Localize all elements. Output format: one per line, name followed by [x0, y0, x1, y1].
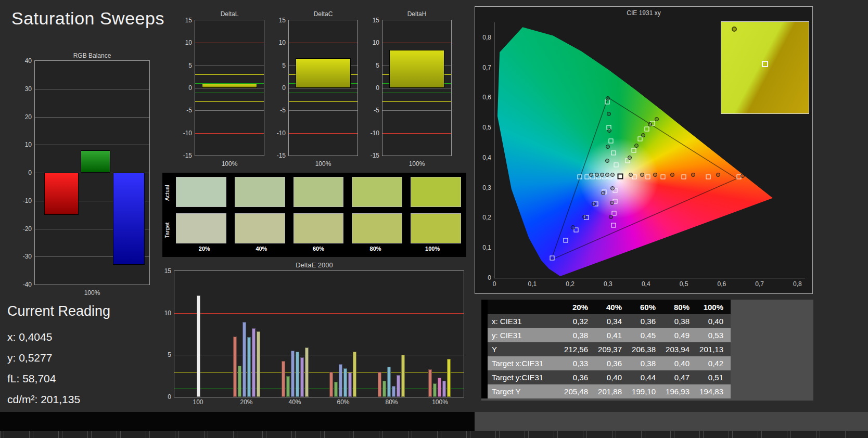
ref-line — [382, 43, 451, 43]
y-tick-label: 15 — [185, 17, 192, 24]
measured-point-marker — [607, 128, 611, 133]
actual-swatch-60% — [293, 177, 344, 207]
table-header-cell: 60% — [628, 303, 662, 312]
cie-chart-title: CIE 1931 xy — [475, 9, 812, 17]
delta-chart-plot: 151050-5-10-15 — [195, 20, 264, 156]
delta-chart-deltac: DeltaC151050-5-10-15100% — [269, 10, 361, 173]
bottom-splitter-strip[interactable] — [0, 431, 868, 438]
cie-zoom-inset — [721, 21, 809, 114]
deltae-bar — [339, 364, 342, 397]
table-value-cell: 0,33 — [560, 359, 594, 368]
table-row-label: x: CIE31 — [488, 317, 560, 326]
rgb-bar-green — [81, 150, 110, 173]
deltae2000-title: DeltaE 2000 — [162, 261, 466, 269]
delta-bar — [296, 58, 351, 88]
deltae-bar — [233, 337, 237, 397]
delta-chart-xlabel: 100% — [195, 160, 264, 168]
current-reading-value: cd/m²: 201,135 — [7, 389, 110, 410]
table-row: Y212,56209,37206,38203,94201,13 — [481, 342, 731, 356]
y-tick-label: 0,3 — [482, 184, 491, 191]
x-tick-label: 0,3 — [604, 280, 612, 288]
x-tick-label: 0,8 — [793, 280, 802, 288]
measured-point-marker — [648, 122, 652, 126]
measured-point-marker — [655, 117, 659, 121]
swatch-row-label-actual: Actual — [164, 178, 172, 208]
deltae-bar — [329, 372, 333, 397]
deltae-bar — [387, 367, 391, 397]
deltae-bar — [300, 357, 304, 397]
deltae-group-100% — [415, 271, 464, 397]
table-value-cell: 0,38 — [560, 331, 594, 340]
y-tick-label: 0 — [376, 84, 379, 92]
current-reading-values: x: 0,4045y: 0,5277fL: 58,704cd/m²: 201,1… — [7, 327, 110, 410]
y-tick-label: 0,6 — [482, 94, 491, 101]
target-swatch-100% — [411, 213, 461, 243]
deltae-bar-groups — [174, 271, 464, 397]
y-tick-label: 5 — [282, 62, 286, 69]
deltae-bar — [438, 378, 441, 397]
target-point-marker — [638, 137, 643, 141]
deltae-bar — [291, 351, 295, 397]
rgb-balance-chart: RGB Balance 403020100-10-20-30-40 100% — [16, 52, 152, 304]
deltae-bar — [442, 381, 446, 397]
deltae-bar — [378, 372, 381, 397]
y-tick-label: -5 — [280, 107, 286, 114]
x-tick-label: 0,1 — [528, 280, 537, 288]
table-strip-cell — [481, 370, 488, 384]
table-row: Target y:CIE310,360,400,440,470,51 — [481, 370, 731, 384]
delta-chart-plot: 151050-5-10-15 — [288, 20, 358, 156]
deltae-group-label: 100 — [174, 398, 222, 406]
deltae-bar — [401, 355, 405, 397]
table-strip-cell — [481, 356, 488, 370]
measured-point-marker — [607, 112, 611, 116]
ref-line — [382, 110, 451, 111]
measurement-table: 20%40%60%80%100%x: CIE310,320,340,360,38… — [481, 300, 731, 398]
deltae-bar — [247, 337, 251, 397]
table-value-cell: 0,45 — [628, 331, 662, 340]
deltae2000-chart: DeltaE 2000 151050 10020%40%60%80%100% — [162, 261, 466, 412]
target-point-marker — [577, 175, 582, 179]
table-header-cell: 40% — [594, 303, 628, 312]
deltae-bar — [334, 382, 338, 397]
table-value-cell: 199,10 — [628, 387, 662, 396]
table-value-cell: 0,32 — [560, 317, 594, 326]
ref-line — [289, 110, 358, 111]
measured-point-marker — [592, 202, 596, 206]
x-tick-label: 0,2 — [566, 280, 575, 288]
target-point-marker — [614, 163, 619, 168]
deltae-bar — [353, 352, 356, 397]
table-value-cell: 0,34 — [594, 317, 628, 326]
table-row: y: CIE310,380,410,450,490,53 — [481, 328, 731, 342]
target-point-marker — [706, 175, 711, 179]
actual-swatch-40% — [235, 177, 285, 207]
y-tick-label: 5 — [168, 351, 171, 358]
rgb-balance-xlabel: 100% — [34, 289, 150, 297]
measured-point-marker — [628, 156, 632, 160]
x-tick-label: 0,4 — [642, 280, 650, 288]
deltae-bar — [282, 361, 285, 397]
deltae-bar — [296, 352, 299, 397]
ref-line — [289, 133, 358, 134]
y-tick-label: -5 — [374, 107, 379, 114]
rgb-bar-blue — [113, 173, 145, 265]
measured-point-marker — [634, 144, 639, 148]
measured-point-marker — [610, 201, 614, 205]
y-tick-label: 0 — [28, 169, 32, 176]
ref-line — [195, 43, 264, 43]
measured-point-marker — [653, 173, 657, 177]
table-value-cell: 206,38 — [628, 345, 662, 354]
y-tick-label: 0 — [488, 274, 491, 281]
measured-point-marker — [595, 173, 599, 177]
table-header-cell: 20% — [560, 303, 594, 312]
y-tick-label: 15 — [373, 17, 379, 24]
table-strip-cell — [481, 328, 488, 342]
deltae-group-60% — [319, 271, 367, 397]
current-reading-value: x: 0,4045 — [7, 327, 110, 347]
table-value-cell: 0,36 — [560, 373, 594, 382]
y-tick-label: 5 — [376, 62, 379, 69]
deltae-bar — [392, 386, 395, 397]
y-tick-label: 10 — [25, 141, 32, 148]
swatch-column-label: 60% — [290, 246, 347, 252]
table-value-cell: 209,37 — [594, 345, 628, 354]
deltae-bar — [305, 347, 309, 397]
